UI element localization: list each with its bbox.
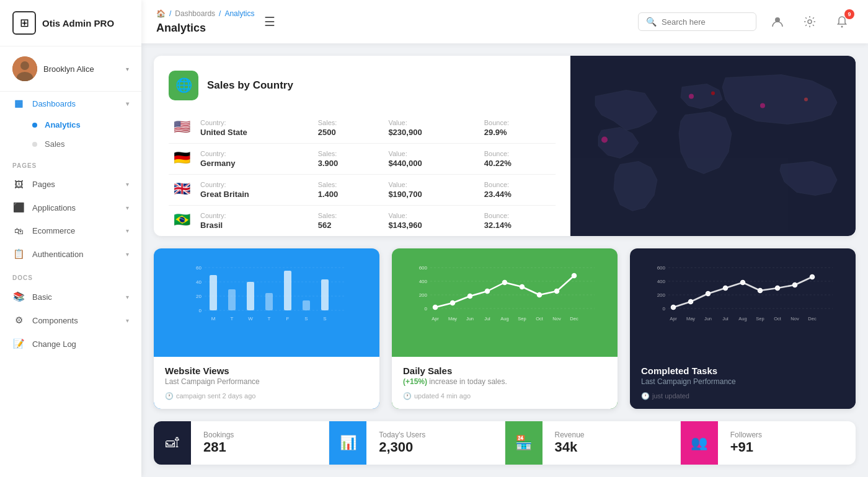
stat-users: Today's Users 2,300: [366, 421, 505, 465]
pages-section-label: PAGES: [0, 154, 141, 173]
svg-text:0: 0: [663, 306, 666, 312]
clock-icon3: 🕐: [641, 392, 650, 400]
svg-point-50: [572, 273, 577, 278]
menu-icon[interactable]: ☰: [264, 14, 275, 29]
svg-point-8: [689, 94, 694, 98]
ecommerce-label: Ecommerce: [32, 226, 118, 235]
sales-country-card: 🌐 Sales by Country 🇺🇸 Country: United St…: [154, 56, 856, 236]
svg-point-5: [841, 26, 843, 28]
svg-point-47: [520, 284, 525, 289]
svg-text:W: W: [248, 316, 253, 322]
sidebar-item-pages[interactable]: 🖼 Pages ▾: [0, 173, 141, 196]
header: 🏠 / Dashboards / Analytics Analytics ☰ 🔍: [141, 0, 868, 43]
svg-text:T: T: [231, 316, 234, 322]
daily-sales-subtitle: (+15%) increase in today sales.: [403, 377, 606, 386]
sidebar-item-changelog[interactable]: 📝 Change Log: [0, 332, 141, 356]
sidebar-sub-item-sales[interactable]: Sales: [0, 134, 141, 154]
svg-rect-23: [265, 293, 273, 310]
svg-point-72: [741, 280, 745, 284]
breadcrumb-nav: 🏠 / Dashboards / Analytics: [156, 9, 254, 18]
components-icon: ⚙: [12, 315, 25, 326]
svg-point-11: [804, 97, 808, 101]
svg-rect-26: [321, 279, 329, 310]
sidebar-item-ecommerce[interactable]: 🛍 Ecommerce ▾: [0, 219, 141, 242]
pages-chevron-icon: ▾: [126, 181, 129, 188]
sidebar-sub-item-analytics[interactable]: Analytics: [0, 115, 141, 134]
search-icon: 🔍: [646, 17, 657, 27]
search-box: 🔍: [638, 12, 756, 31]
completed-tasks-footer: 🕐 just updated: [641, 392, 844, 400]
basic-chevron-icon: ▾: [126, 294, 129, 300]
changelog-label: Change Log: [32, 339, 129, 349]
clock-icon2: 🕐: [403, 392, 412, 400]
basic-label: Basic: [32, 292, 118, 302]
svg-text:M: M: [211, 316, 216, 322]
daily-sales-chart-svg: 600 400 200 0: [402, 258, 608, 339]
svg-text:Sep: Sep: [756, 316, 764, 322]
website-views-subtitle: Last Campaign Performance: [165, 377, 368, 386]
svg-point-71: [724, 286, 728, 290]
notifications-button[interactable]: 9: [831, 11, 853, 33]
ecommerce-chevron-icon: ▾: [126, 227, 129, 234]
dashboards-icon: ▦: [12, 98, 25, 109]
search-input[interactable]: [662, 17, 748, 27]
stat-revenue: Revenue 34k: [542, 421, 681, 465]
sales-table-section: 🌐 Sales by Country 🇺🇸 Country: United St…: [154, 56, 570, 236]
svg-rect-20: [210, 275, 217, 310]
sidebar-item-components[interactable]: ⚙ Components ▾: [0, 309, 141, 332]
auth-icon: 📋: [12, 248, 25, 260]
pages-icon: 🖼: [12, 179, 25, 190]
svg-point-76: [810, 274, 815, 279]
svg-text:Aug: Aug: [738, 316, 746, 322]
docs-section-label: DOCS: [0, 266, 141, 285]
sales-dot: [32, 142, 37, 147]
auth-chevron-icon: ▾: [126, 251, 129, 258]
svg-point-73: [758, 288, 763, 292]
profile-button[interactable]: [766, 11, 789, 33]
dashboards-label: Dashboards: [32, 99, 118, 108]
svg-point-43: [451, 300, 455, 305]
applications-chevron-icon: ▾: [126, 204, 129, 211]
logo-icon: ⊞: [12, 11, 36, 35]
sidebar-user[interactable]: Brooklyn Alice ▾: [0, 46, 141, 92]
map-section: [570, 56, 856, 236]
users-label: Today's Users: [379, 431, 492, 439]
breadcrumb: 🏠 / Dashboards / Analytics Analytics: [156, 9, 254, 35]
svg-point-70: [706, 291, 711, 295]
sidebar-item-basic[interactable]: 📚 Basic ▾: [0, 285, 141, 309]
avatar: [12, 56, 37, 81]
svg-rect-24: [284, 271, 291, 310]
website-views-chart-area: 60 40 20 0 M T: [154, 248, 379, 357]
svg-point-49: [555, 289, 559, 293]
svg-text:0: 0: [199, 308, 202, 313]
svg-point-7: [601, 136, 608, 142]
daily-sales-info: Daily Sales (+15%) increase in today sal…: [392, 357, 618, 409]
svg-text:Dec: Dec: [808, 316, 817, 322]
svg-rect-21: [228, 289, 236, 310]
sidebar-item-authentication[interactable]: 📋 Authentication ▾: [0, 242, 141, 266]
svg-text:0: 0: [425, 306, 428, 312]
svg-point-48: [538, 292, 542, 297]
svg-text:T: T: [268, 316, 271, 322]
stat-icon-bookings: 🛋: [154, 421, 191, 465]
stats-row: 🛋 Bookings 281 📊 Today's Users 2,300 🏪 R…: [154, 421, 856, 465]
daily-sales-chart-area: 600 400 200 0: [392, 248, 618, 357]
applications-icon: ⬛: [12, 202, 25, 213]
svg-text:S: S: [323, 316, 326, 322]
svg-text:Jun: Jun: [704, 316, 712, 322]
svg-text:600: 600: [657, 265, 666, 271]
svg-point-42: [433, 305, 438, 309]
daily-sales-title: Daily Sales: [403, 365, 606, 376]
settings-button[interactable]: [799, 11, 821, 33]
stat-icon-users: 📊: [329, 421, 366, 465]
sidebar-item-applications[interactable]: ⬛ Applications ▾: [0, 196, 141, 219]
breadcrumb-dashboards[interactable]: Dashboards: [175, 9, 215, 18]
completed-tasks-title: Completed Tasks: [641, 365, 844, 376]
svg-point-68: [671, 305, 676, 309]
daily-sales-card: 600 400 200 0: [392, 248, 618, 409]
svg-text:Dec: Dec: [570, 316, 578, 322]
bookings-label: Bookings: [203, 431, 316, 439]
basic-icon: 📚: [12, 291, 25, 302]
sidebar-item-dashboards[interactable]: ▦ Dashboards ▾: [0, 92, 141, 115]
country-table: 🇺🇸 Country: United State Sales: 2500 Val…: [169, 113, 556, 236]
